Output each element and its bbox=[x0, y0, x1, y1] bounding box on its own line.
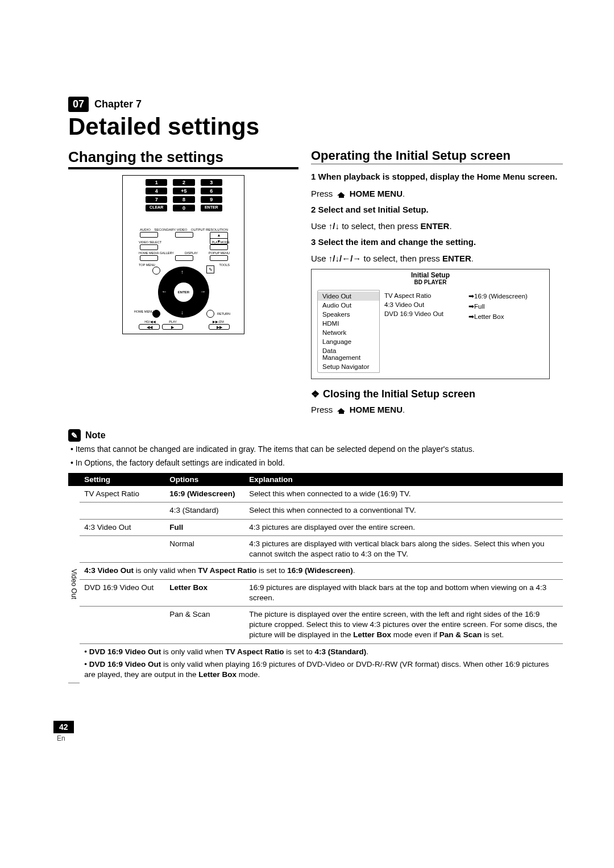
remote-num: 2 bbox=[173, 179, 194, 186]
setup-value: ➡Letter Box bbox=[468, 312, 544, 322]
table-cell: Full bbox=[165, 519, 244, 535]
chapter-badge: 07 bbox=[68, 97, 89, 112]
remote-num: 9 bbox=[201, 196, 222, 203]
table-cell: 4:3 pictures are displayed with vertical… bbox=[244, 535, 563, 562]
remote-corner-btn bbox=[152, 267, 160, 275]
page-number-badge: 42 bbox=[53, 721, 74, 733]
setup-menu-item: Data Management bbox=[318, 346, 379, 362]
closing-heading: ❖Closing the Initial Setup screen bbox=[311, 388, 563, 400]
table-footnote: • DVD 16:9 Video Out is only valid when … bbox=[80, 643, 563, 683]
remote-return-btn bbox=[206, 310, 214, 318]
chapter-label: Chapter 7 bbox=[94, 98, 142, 110]
setup-left-panel: Video Out Audio Out Speakers HDMI Networ… bbox=[317, 290, 380, 373]
arrow-left-icon: ← bbox=[161, 288, 167, 294]
remote-btn bbox=[140, 255, 158, 261]
remote-transport: ◀◀ bbox=[139, 324, 160, 330]
step-2: 2 Select and set Initial Setup. bbox=[311, 204, 563, 215]
note-bullet: Items that cannot be changed are indicat… bbox=[76, 444, 563, 455]
tools-icon: ✎ bbox=[206, 265, 214, 273]
arrow-up-icon: ↑ bbox=[181, 269, 184, 275]
right-section-heading: Operating the Initial Setup screen bbox=[311, 148, 563, 164]
table-cell: Pan & Scan bbox=[165, 606, 244, 643]
remote-label: HOME MENU bbox=[131, 310, 154, 313]
home-icon bbox=[337, 406, 346, 413]
setup-value: ➡16:9 (Widescreen) bbox=[468, 291, 544, 301]
setup-menu-item: Network bbox=[318, 328, 379, 337]
step-2-use: Use ↑/↓ to select, then press ENTER. bbox=[311, 221, 563, 231]
th-setting: Setting bbox=[80, 473, 165, 486]
remote-num: 7 bbox=[146, 196, 167, 203]
table-cell: 4:3 (Standard) bbox=[165, 502, 244, 519]
table-cell: 4:3 pictures are displayed over the enti… bbox=[244, 519, 563, 535]
setup-right-panel: ➡16:9 (Widescreen) ➡Full ➡Letter Box bbox=[468, 290, 544, 373]
note-icon: ✎ bbox=[68, 429, 81, 442]
remote-btn bbox=[210, 244, 228, 250]
setup-menu-item: Audio Out bbox=[318, 301, 379, 310]
th-explanation: Explanation bbox=[244, 473, 563, 486]
remote-label: AUDIO bbox=[140, 228, 151, 231]
arrow-down-icon: ↓ bbox=[181, 309, 184, 315]
step-1: 1 When playback is stopped, display the … bbox=[311, 171, 563, 182]
remote-num: 1 bbox=[146, 179, 167, 186]
setup-menu-item: Speakers bbox=[318, 310, 379, 319]
diamond-icon: ❖ bbox=[311, 389, 320, 400]
remote-btn bbox=[175, 255, 193, 261]
table-cell: TV Aspect Ratio bbox=[80, 486, 165, 502]
remote-label: SECONDARY VIDEO bbox=[154, 228, 187, 231]
setup-value: ➡Full bbox=[468, 301, 544, 312]
table-cell bbox=[80, 606, 165, 643]
closing-press: Press HOME MENU. bbox=[311, 405, 563, 414]
remote-label: POPUP MENU bbox=[209, 251, 230, 255]
step-3: 3 Select the item and change the setting… bbox=[311, 236, 563, 248]
remote-num: +5 bbox=[173, 188, 194, 194]
setup-subtitle: BD PLAYER bbox=[312, 279, 549, 288]
remote-num: 8 bbox=[173, 196, 194, 203]
remote-enter: ENTER bbox=[201, 205, 222, 211]
remote-num: 4 bbox=[146, 188, 167, 194]
remote-zero: 0 bbox=[173, 205, 194, 211]
left-section-heading: Changing the settings bbox=[68, 148, 298, 169]
setup-menu-item: Setup Navigator bbox=[318, 362, 379, 371]
remote-enter-center: ENTER bbox=[174, 283, 193, 302]
table-cell bbox=[80, 535, 165, 562]
page-lang: En bbox=[57, 734, 65, 742]
remote-btn bbox=[175, 232, 193, 238]
setup-screen-diagram: Initial Setup BD PLAYER Video Out Audio … bbox=[311, 269, 550, 379]
remote-home-btn bbox=[152, 310, 160, 318]
home-icon bbox=[337, 190, 346, 197]
page-title: Detailed settings bbox=[68, 113, 563, 140]
note-bullet: In Options, the factory default settings… bbox=[76, 458, 563, 469]
table-cell: DVD 16:9 Video Out bbox=[80, 579, 165, 606]
remote-num: 3 bbox=[201, 179, 222, 186]
right-column: Operating the Initial Setup screen 1 Whe… bbox=[311, 148, 563, 420]
remote-label: TOP MENU bbox=[139, 263, 155, 267]
remote-label: VIDEO SELECT bbox=[139, 240, 161, 244]
step-1-press: Press HOME MENU. bbox=[311, 189, 563, 198]
remote-btn bbox=[140, 244, 158, 250]
settings-table: Setting Options Explanation Video Out TV… bbox=[68, 473, 563, 683]
table-cell: 16:9 pictures are displayed with black b… bbox=[244, 579, 563, 606]
setup-option: TV Aspect Ratio bbox=[384, 291, 464, 300]
table-group-label: Video Out bbox=[68, 486, 80, 683]
remote-label: PLAY MODE bbox=[211, 240, 230, 244]
remote-btn bbox=[140, 232, 158, 238]
step-3-use: Use ↑/↓/←/→ to select, then press ENTER. bbox=[311, 254, 563, 263]
table-cell: 4:3 Video Out bbox=[80, 519, 165, 535]
remote-clear: CLEAR bbox=[146, 205, 167, 211]
remote-label: HOME MEDIA GALLERY bbox=[139, 251, 174, 255]
note-row: ✎ Note bbox=[68, 429, 563, 442]
setup-title: Initial Setup bbox=[312, 269, 549, 279]
left-column: Changing the settings 1 2 3 4 +5 6 7 8 9… bbox=[68, 148, 298, 420]
setup-mid-panel: TV Aspect Ratio 4:3 Video Out DVD 16:9 V… bbox=[384, 290, 464, 373]
remote-label: OUTPUT RESOLUTION bbox=[191, 228, 228, 231]
remote-label: TOOLS bbox=[219, 263, 230, 267]
setup-option: 4:3 Video Out bbox=[384, 300, 464, 309]
remote-btn bbox=[210, 255, 228, 261]
remote-label: HD/◀◀ bbox=[139, 320, 161, 323]
remote-label: ▶▶/ZM bbox=[207, 320, 230, 323]
remote-label: RETURN bbox=[217, 312, 230, 315]
table-cell: Select this when connected to a wide (16… bbox=[244, 486, 563, 502]
th-options: Options bbox=[165, 473, 244, 486]
remote-label: PLAY bbox=[161, 320, 184, 323]
table-note: 4:3 Video Out is only valid when TV Aspe… bbox=[80, 563, 563, 579]
